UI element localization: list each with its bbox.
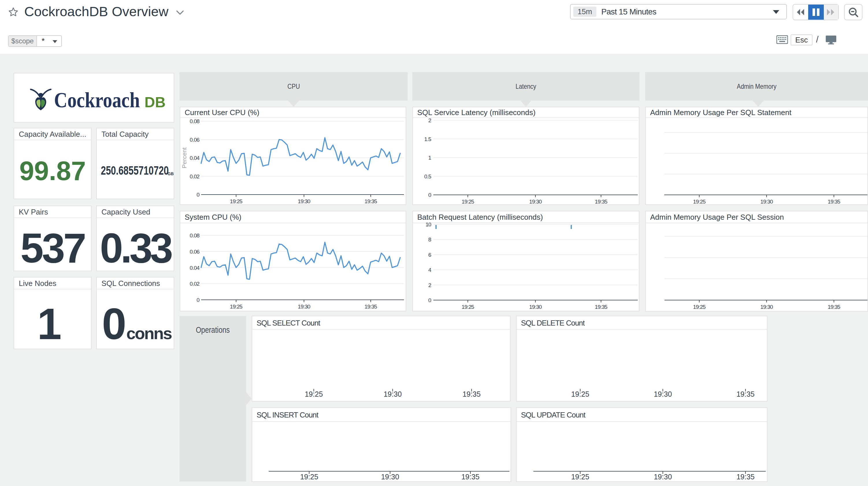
svg-text:19:35: 19:35 <box>595 199 607 204</box>
svg-text:19:25: 19:25 <box>461 199 474 204</box>
svg-text:1: 1 <box>428 155 431 161</box>
svg-text:0.04: 0.04 <box>190 155 200 161</box>
svg-text:Percent: Percent <box>181 147 188 169</box>
svg-text:0.08: 0.08 <box>190 232 200 238</box>
svg-text:10: 10 <box>426 222 431 228</box>
svg-text:8: 8 <box>428 236 431 242</box>
svg-text:19:30: 19:30 <box>381 473 399 481</box>
svg-text:0: 0 <box>196 297 199 303</box>
svg-text:19:30: 19:30 <box>760 304 773 310</box>
svg-text:0: 0 <box>428 192 431 198</box>
svg-text:19:30: 19:30 <box>384 390 402 398</box>
svg-text:0: 0 <box>196 192 199 198</box>
svg-text:19:35: 19:35 <box>364 198 377 204</box>
svg-text:19:25: 19:25 <box>693 199 705 204</box>
svg-text:19:35: 19:35 <box>737 473 755 481</box>
svg-text:19:25: 19:25 <box>230 198 242 204</box>
svg-text:19:30: 19:30 <box>298 304 310 310</box>
svg-text:19:30: 19:30 <box>654 390 672 398</box>
svg-text:0.08: 0.08 <box>190 118 200 124</box>
svg-text:250.6855710720: 250.6855710720 <box>101 164 169 177</box>
svg-text:19:35: 19:35 <box>828 199 840 204</box>
svg-text:19:25: 19:25 <box>305 390 323 398</box>
svg-text:0.02: 0.02 <box>190 281 200 287</box>
svg-text:19:30: 19:30 <box>654 473 672 481</box>
svg-text:19:35: 19:35 <box>595 304 607 310</box>
svg-text:19:25: 19:25 <box>230 304 242 310</box>
svg-text:0.04: 0.04 <box>190 265 200 271</box>
svg-text:19:30: 19:30 <box>529 199 541 204</box>
svg-text:19:35: 19:35 <box>828 304 840 310</box>
svg-text:19:25: 19:25 <box>571 473 589 481</box>
svg-text:2: 2 <box>428 282 431 288</box>
svg-text:19:25: 19:25 <box>461 304 474 310</box>
svg-text:0.06: 0.06 <box>190 249 200 255</box>
svg-text:19:25: 19:25 <box>693 304 705 310</box>
svg-text:0.02: 0.02 <box>190 173 200 179</box>
svg-text:GB: GB <box>167 171 174 176</box>
svg-text:19:30: 19:30 <box>760 199 773 204</box>
svg-text:6: 6 <box>428 252 431 258</box>
svg-text:Cockroach: Cockroach <box>54 88 140 112</box>
svg-text:19:30: 19:30 <box>298 198 310 204</box>
svg-text:0.06: 0.06 <box>190 137 200 143</box>
svg-text:19:25: 19:25 <box>300 473 318 481</box>
svg-text:19:35: 19:35 <box>461 473 479 481</box>
svg-text:0.5: 0.5 <box>424 173 431 179</box>
svg-text:0: 0 <box>428 297 431 303</box>
svg-text:19:30: 19:30 <box>529 304 541 310</box>
svg-text:DB: DB <box>145 94 165 110</box>
svg-text:19:35: 19:35 <box>463 390 481 398</box>
svg-text:19:35: 19:35 <box>364 304 377 310</box>
svg-text:2: 2 <box>428 117 431 123</box>
svg-text:19:25: 19:25 <box>571 390 589 398</box>
svg-text:1.5: 1.5 <box>424 136 431 142</box>
svg-text:4: 4 <box>428 267 431 273</box>
svg-text:19:35: 19:35 <box>737 390 755 398</box>
